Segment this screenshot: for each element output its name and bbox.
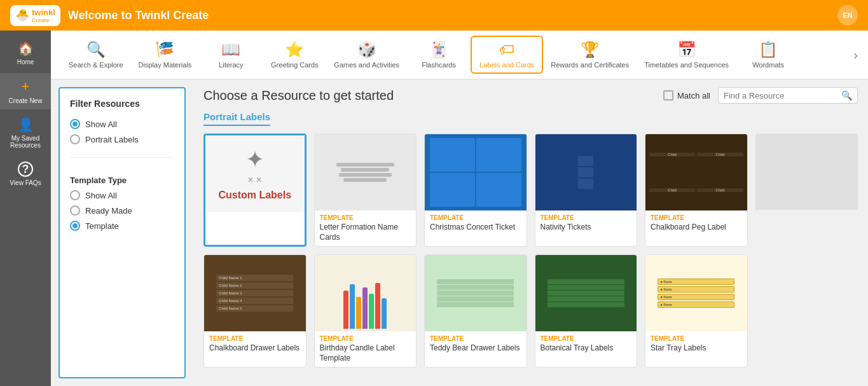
cat-labels-label: Labels and Cards xyxy=(479,61,534,69)
bot-row-4 xyxy=(548,296,624,301)
star-template-tag: TEMPLATE xyxy=(651,335,742,342)
filter-show-all-radio[interactable]: Show All xyxy=(70,119,174,129)
sidebar-item-saved[interactable]: 👤 My Saved Resources xyxy=(0,112,51,154)
star-text-1: ★ Name xyxy=(660,280,672,284)
card-nativity-info: TEMPLATE Nativity Tickets xyxy=(535,210,637,237)
card-custom-labels[interactable]: ✦ ✕ ✕ Custom Labels xyxy=(203,134,307,247)
card-placeholder xyxy=(755,134,858,247)
star-row-4: ★ Name xyxy=(658,301,734,308)
radio-show-all-indicator xyxy=(70,119,80,129)
cat-labels[interactable]: 🏷 Labels and Cards xyxy=(471,36,543,74)
card-xmas-image xyxy=(425,134,527,210)
thumb-line-2 xyxy=(341,168,389,172)
category-bar: 🔍 Search & Explore 🎏 Display Materials 📖… xyxy=(51,31,868,79)
filter-portrait-radio[interactable]: Portrait Labels xyxy=(70,134,174,144)
cat-games[interactable]: 🎲 Games and Activities xyxy=(326,37,407,72)
literacy-icon: 📖 xyxy=(221,41,240,59)
main-area: Filter Resources Show All Portrait Label… xyxy=(51,79,868,386)
sidebar-item-faqs[interactable]: ? View FAQs xyxy=(0,156,51,191)
card-letter-info: TEMPLATE Letter Formation Name Cards xyxy=(315,210,417,246)
radio-ready-made-indicator xyxy=(70,205,80,216)
filter-resource-section: Show All Portrait Labels xyxy=(70,119,174,144)
faq-icon: ? xyxy=(18,162,33,177)
bot-row-2 xyxy=(548,285,624,290)
card-chalk-peg-info: TEMPLATE Chalkboard Peg Label xyxy=(645,210,747,237)
cat-timetables-label: Timetables and Sequences xyxy=(644,61,729,69)
match-all-checkbox[interactable] xyxy=(663,90,673,100)
candle-card-name: Birthday Candle Label Template xyxy=(320,343,411,363)
category-next-arrow[interactable]: › xyxy=(853,48,858,62)
card-nativity[interactable]: TEMPLATE Nativity Tickets xyxy=(535,134,638,247)
cd-row-1: Child Name 1 xyxy=(216,275,293,281)
nat-row-2 xyxy=(578,167,593,177)
radio-type-all-indicator xyxy=(70,190,80,200)
thumb-line-3 xyxy=(339,173,392,177)
filter-type-show-all-radio[interactable]: Show All xyxy=(70,190,174,200)
card-botanical[interactable]: TEMPLATE Botanical Tray Labels xyxy=(535,254,638,368)
card-birthday-candle[interactable]: TEMPLATE Birthday Candle Label Template xyxy=(314,254,417,368)
sidebar-create-label: Create New xyxy=(9,97,43,104)
cat-timetables[interactable]: 📅 Timetables and Sequences xyxy=(637,37,736,72)
candle-2 xyxy=(350,284,355,329)
card-botanical-info: TEMPLATE Botanical Tray Labels xyxy=(535,331,637,357)
cat-rewards[interactable]: 🏆 Rewards and Certificates xyxy=(543,37,637,72)
cat-greeting[interactable]: ⭐ Greeting Cards xyxy=(263,37,326,72)
sidebar-faq-label: View FAQs xyxy=(10,179,41,186)
thumb-line-1 xyxy=(336,163,394,167)
cat-search[interactable]: 🔍 Search & Explore xyxy=(61,37,131,72)
sidebar-home-label: Home xyxy=(17,59,34,65)
xmas-template-tag: TEMPLATE xyxy=(430,214,521,221)
labels-icon: 🏷 xyxy=(499,41,514,59)
card-letter-image xyxy=(315,134,417,210)
xmas-cell-4 xyxy=(476,173,521,207)
nat-cell-1 xyxy=(578,156,593,166)
teddy-row-1 xyxy=(437,279,514,284)
language-badge[interactable]: EN xyxy=(837,5,858,25)
filter-type-title: Template Type xyxy=(70,176,174,185)
find-resource-search[interactable]: 🔍 xyxy=(718,87,858,104)
chalk-text-4: Child xyxy=(716,188,725,192)
card-teddy-bear[interactable]: TEMPLATE Teddy Bear Drawer Labels xyxy=(424,254,527,368)
card-letter-formation[interactable]: TEMPLATE Letter Formation Name Cards xyxy=(314,134,417,247)
nat-cell-3 xyxy=(578,179,593,189)
cat-literacy[interactable]: 📖 Literacy xyxy=(199,37,263,72)
filter-divider xyxy=(70,157,174,158)
card-star-tray[interactable]: ★ Name ★ Name ★ Name ★ Name TEMPLATE Sta… xyxy=(645,254,748,368)
rewards-icon: 🏆 xyxy=(581,41,600,59)
filter-show-all-label: Show All xyxy=(85,120,117,129)
chalk-cell-2: Child xyxy=(697,153,743,156)
card-chalkboard-drawer[interactable]: Child Name 1 Child Name 2 Child Name 3 C… xyxy=(203,254,307,368)
teddy-row-5 xyxy=(437,302,514,307)
sidebar-item-home[interactable]: 🏠 Home xyxy=(0,36,51,71)
filter-type-template-radio[interactable]: Template xyxy=(70,221,174,231)
logo[interactable]: 🐣 twinkl Create xyxy=(10,5,60,26)
card-chalkboard-peg[interactable]: Child Child Child Child TEMPLATE Chalkbo… xyxy=(645,134,748,247)
section-label: Portrait Labels xyxy=(203,111,270,126)
star-row-2: ★ Name xyxy=(658,286,734,293)
resource-area: Choose a Resource to get started Match a… xyxy=(193,79,868,386)
radio-template-indicator xyxy=(70,221,80,231)
resource-grid: ✦ ✕ ✕ Custom Labels xyxy=(203,134,858,368)
cat-wordmats[interactable]: 📋 Wordmats xyxy=(736,37,800,72)
filter-title: Filter Resources xyxy=(70,99,174,109)
candle-5 xyxy=(369,294,374,329)
cat-display-label: Display Materials xyxy=(139,61,192,69)
content-area: 🔍 Search & Explore 🎏 Display Materials 📖… xyxy=(51,31,868,386)
search-icon[interactable]: 🔍 xyxy=(841,90,852,100)
filter-type-ready-made-label: Ready Made xyxy=(85,206,132,216)
cat-flashcards-label: Flashcards xyxy=(422,61,456,69)
chalk-text-2: Child xyxy=(716,153,725,156)
card-chalkdrawer-info: TEMPLATE Chalkboard Drawer Labels xyxy=(204,331,306,357)
custom-label-text: Custom Labels xyxy=(218,190,291,201)
card-custom-image: ✦ ✕ ✕ Custom Labels xyxy=(205,135,305,212)
match-all-control[interactable]: Match all xyxy=(663,90,710,100)
filter-type-ready-made-radio[interactable]: Ready Made xyxy=(70,205,174,216)
card-xmas-concert[interactable]: TEMPLATE Christmas Concert Ticket xyxy=(424,134,527,247)
person-icon: 👤 xyxy=(18,117,34,132)
xmas-cell-2 xyxy=(476,138,521,172)
cat-flashcards[interactable]: 🃏 Flashcards xyxy=(407,37,471,72)
app-body: 🏠 Home + Create New 👤 My Saved Resources… xyxy=(0,31,868,386)
sidebar-item-create-new[interactable]: + Create New xyxy=(0,73,51,109)
cat-display[interactable]: 🎏 Display Materials xyxy=(131,37,200,72)
find-resource-input[interactable] xyxy=(724,91,837,100)
